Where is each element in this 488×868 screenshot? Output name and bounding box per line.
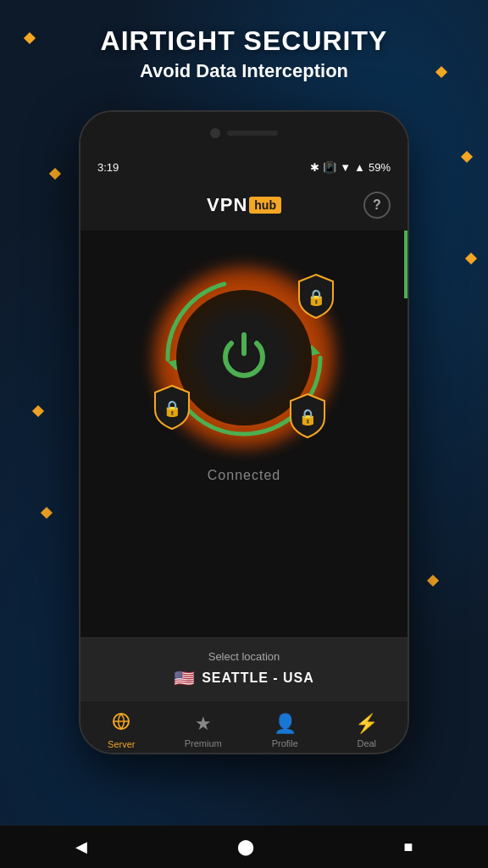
camera-dot (210, 128, 220, 138)
premium-icon: ★ (195, 713, 212, 735)
bottom-navigation: Server ★ Premium 👤 Profile ⚡ Deal (80, 700, 408, 754)
camera-area (210, 128, 278, 138)
speaker-bar (227, 131, 278, 136)
nav-item-deal[interactable]: ⚡ Deal (326, 713, 408, 748)
status-icons: ✱ 📳 ▼ ▲ 59% (310, 161, 391, 174)
android-nav-bar: ◀ ⬤ ■ (0, 826, 488, 868)
country-flag: 🇺🇸 (174, 668, 195, 688)
svg-text:🔒: 🔒 (298, 408, 318, 426)
vpn-text: VPN (207, 194, 247, 216)
location-bar[interactable]: Select location 🇺🇸 SEATTLE - USA (80, 637, 408, 700)
hero-text: AIRTIGHT SECURITY Avoid Data Interceptio… (0, 25, 488, 82)
profile-icon: 👤 (274, 713, 297, 735)
back-button[interactable]: ◀ (75, 837, 87, 856)
deal-label: Deal (357, 738, 376, 748)
home-button[interactable]: ⬤ (237, 837, 254, 856)
location-value: 🇺🇸 SEATTLE - USA (97, 668, 391, 688)
app-header: VPN hub ? (80, 180, 408, 231)
phone-top-bar (80, 112, 408, 154)
hub-badge: hub (249, 197, 281, 214)
shield-bottom-left: 🔒 (151, 384, 193, 434)
nav-item-server[interactable]: Server (80, 712, 163, 749)
location-name: SEATTLE - USA (202, 670, 314, 686)
location-label: Select location (97, 650, 391, 663)
help-icon: ? (373, 198, 381, 213)
vpn-connect-button[interactable]: 🔒 🔒 🔒 (142, 256, 346, 459)
power-icon (214, 328, 274, 387)
vibrate-icon: 📳 (323, 161, 336, 174)
app-main-content: 🔒 🔒 🔒 Connected (80, 231, 408, 637)
server-icon (112, 712, 130, 736)
nav-item-profile[interactable]: 👤 Profile (244, 713, 326, 748)
time-display: 3:19 (97, 161, 119, 174)
svg-text:🔒: 🔒 (307, 288, 326, 307)
nav-item-premium[interactable]: ★ Premium (163, 713, 245, 748)
sidebar-indicator (404, 231, 408, 298)
connection-status: Connected (208, 468, 280, 483)
wifi-icon: ▼ (340, 161, 351, 174)
signal-icon: ▲ (354, 161, 365, 174)
vpn-logo: VPN hub (207, 194, 281, 216)
bluetooth-icon: ✱ (310, 161, 319, 174)
help-button[interactable]: ? (363, 192, 391, 219)
profile-label: Profile (272, 738, 298, 748)
phone-mockup: 3:19 ✱ 📳 ▼ ▲ 59% VPN hub ? (79, 110, 409, 754)
subheadline: Avoid Data Interception (0, 60, 488, 82)
recents-button[interactable]: ■ (404, 838, 413, 856)
status-bar: 3:19 ✱ 📳 ▼ ▲ 59% (80, 154, 408, 180)
server-label: Server (108, 739, 135, 749)
shield-top-right: 🔒 (295, 273, 337, 323)
shield-bottom-right: 🔒 (286, 392, 329, 442)
battery-display: 59% (369, 161, 391, 174)
premium-label: Premium (185, 738, 222, 748)
deal-icon: ⚡ (355, 713, 378, 735)
svg-text:🔒: 🔒 (163, 399, 182, 418)
headline: AIRTIGHT SECURITY (0, 25, 488, 57)
